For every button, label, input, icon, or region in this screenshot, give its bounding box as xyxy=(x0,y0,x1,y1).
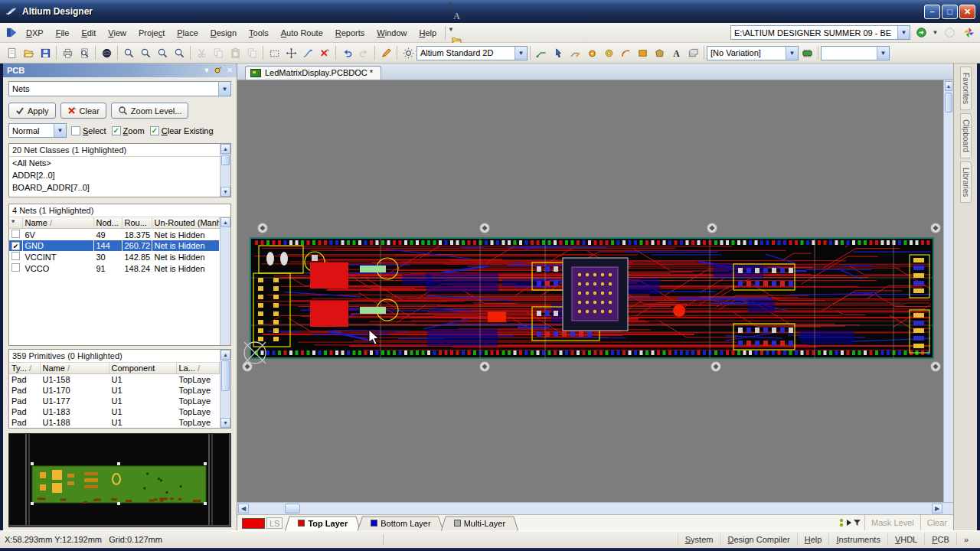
pinwheel-icon[interactable] xyxy=(960,24,977,41)
right-tab-favorites[interactable]: Favorites xyxy=(960,67,972,110)
primitive-row-U1-188[interactable]: PadU1-188U1TopLaye xyxy=(9,417,220,428)
save-icon[interactable] xyxy=(37,45,54,61)
clear-mask-button[interactable]: Clear xyxy=(920,515,953,530)
menu-auto-route[interactable]: Auto Route xyxy=(275,26,329,40)
chevron-down-icon[interactable]: ▼ xyxy=(786,47,798,60)
net-row-GND[interactable]: ✔GND144260.72Net is Hidden xyxy=(9,240,220,251)
nets-scrollbar[interactable]: ▲ xyxy=(220,217,230,345)
primitives-header[interactable]: 359 Primitives (0 Highlighted) xyxy=(9,350,230,363)
chevron-down-icon[interactable]: ▼ xyxy=(877,47,889,60)
panel-menu-icon[interactable]: ▼ xyxy=(204,67,211,74)
redo-icon[interactable] xyxy=(355,45,372,61)
wire-icon[interactable] xyxy=(533,45,550,61)
project-path-combo[interactable]: E:\ALTIUM DESIGNER SUMMER 09 - BE▼ xyxy=(730,25,910,40)
magnifier-icon[interactable] xyxy=(154,45,171,61)
arc-icon[interactable] xyxy=(617,45,634,61)
fill-icon[interactable] xyxy=(634,45,651,61)
net-row-VCCO[interactable]: VCCO91148.24Net is Hidden xyxy=(9,262,220,274)
copy-icon[interactable] xyxy=(243,45,260,61)
layer-tab-top-layer[interactable]: Top Layer xyxy=(287,516,358,530)
net-classes-list[interactable]: 20 Net Classes (1 Highlighted)/ <All Net… xyxy=(8,143,231,197)
zoom-level-button[interactable]: Zoom Level... xyxy=(111,103,189,119)
pad-icon[interactable] xyxy=(583,45,600,61)
via-icon[interactable] xyxy=(600,45,617,61)
checkbox[interactable]: ✓ xyxy=(112,126,121,135)
chevron-down-icon[interactable]: ▼ xyxy=(514,47,527,60)
primitive-row-U1-183[interactable]: PadU1-183U1TopLaye xyxy=(9,406,220,417)
menu-tools[interactable]: Tools xyxy=(243,26,275,40)
panel-pin-icon[interactable] xyxy=(214,67,222,74)
option-select[interactable]: Select xyxy=(71,126,106,135)
cursor-arrow-icon[interactable] xyxy=(550,45,567,61)
net-row-VCCINT[interactable]: VCCINT30142.85Net is Hidden xyxy=(9,251,220,262)
copy-icon[interactable] xyxy=(210,45,227,61)
net-class-row[interactable]: ADDR[2..0] xyxy=(9,169,220,181)
status-panel-system[interactable]: System xyxy=(678,533,720,546)
h-scroll-thumb[interactable] xyxy=(285,504,300,514)
menu-window[interactable]: Window xyxy=(371,26,413,40)
menu-project[interactable]: Project xyxy=(132,26,171,40)
text-string-icon[interactable]: A xyxy=(668,45,684,61)
menu-help[interactable]: Help xyxy=(413,26,443,40)
cut-icon[interactable] xyxy=(193,45,210,61)
pcb-board-drawing[interactable] xyxy=(237,80,943,502)
chevron-down-icon[interactable]: ▼ xyxy=(448,26,454,33)
layer-tab-multi-layer[interactable]: Multi-Layer xyxy=(443,516,516,530)
chevron-down-icon[interactable]: ▼ xyxy=(54,124,66,137)
primitives-scrollbar[interactable]: ▲ ▼ xyxy=(220,350,230,428)
variation-combo[interactable]: [No Variation]▼ xyxy=(707,46,799,60)
canvas-vertical-scrollbar[interactable]: ▲ xyxy=(943,80,953,502)
close-button[interactable]: ✕ xyxy=(959,5,975,19)
status-panel-instruments[interactable]: Instruments xyxy=(828,533,887,546)
polygon-icon[interactable] xyxy=(651,45,668,61)
undo-icon[interactable] xyxy=(338,45,355,61)
mask-mode-combo[interactable]: Normal ▼ xyxy=(8,123,67,138)
view-3d-icon[interactable] xyxy=(98,45,115,61)
text-gray-icon[interactable]: A xyxy=(448,8,465,24)
net-classes-header[interactable]: 20 Net Classes (1 Highlighted)/ xyxy=(9,144,230,157)
open-folder-icon[interactable] xyxy=(20,45,37,61)
apply-button[interactable]: Apply xyxy=(8,103,56,119)
magnifier-icon[interactable] xyxy=(137,45,154,61)
active-layer-swatch[interactable] xyxy=(242,518,265,529)
status-panel-vhdl[interactable]: VHDL xyxy=(887,533,924,546)
cross-probe-icon[interactable] xyxy=(400,45,416,61)
paste-icon[interactable] xyxy=(227,45,243,61)
chevron-down-icon[interactable]: ▼ xyxy=(897,26,910,39)
layer-tab-bottom-layer[interactable]: Bottom Layer xyxy=(360,516,441,530)
extra-combo[interactable]: ▼ xyxy=(821,46,890,60)
primitive-row-U1-177[interactable]: PadU1-177U1TopLaye xyxy=(9,396,220,406)
clear-button[interactable]: Clear xyxy=(60,103,106,119)
net-row-6V[interactable]: 6V4918.375Net is Hidden xyxy=(9,229,220,241)
chevron-down-icon[interactable]: ▼ xyxy=(448,1,454,8)
menu-file[interactable]: File xyxy=(50,26,76,40)
layer-filter-icons[interactable] xyxy=(838,517,861,528)
checkbox[interactable] xyxy=(71,126,80,135)
maximize-button[interactable]: □ xyxy=(942,5,958,19)
option-clear-existing[interactable]: ✓Clear Existing xyxy=(150,126,214,135)
net-class-row[interactable]: <All Nets> xyxy=(9,157,220,169)
board-preview[interactable] xyxy=(8,433,231,527)
primitives-list[interactable]: 359 Primitives (0 Highlighted) Ty... /Na… xyxy=(8,349,231,429)
pencil-icon[interactable] xyxy=(377,45,394,61)
checkbox[interactable]: ✓ xyxy=(150,126,159,135)
status-panel-help[interactable]: Help xyxy=(797,533,829,546)
status-panel-more[interactable]: » xyxy=(956,533,975,546)
status-panel-design-compiler[interactable]: Design Compiler xyxy=(720,533,796,546)
style-combo[interactable]: Altium Standard 2D▼ xyxy=(416,46,528,60)
rect-select-icon[interactable] xyxy=(266,45,283,61)
dxp-home-icon[interactable] xyxy=(3,24,20,41)
room-icon[interactable] xyxy=(684,45,701,61)
menu-reports[interactable]: Reports xyxy=(329,26,371,40)
layer-set-button[interactable]: LS xyxy=(266,517,283,529)
magnifier-icon[interactable] xyxy=(120,45,137,61)
menu-edit[interactable]: Edit xyxy=(75,26,102,40)
route-mode-icon[interactable] xyxy=(299,45,316,61)
wire-edit-icon[interactable] xyxy=(567,45,583,61)
mask-level-button[interactable]: Mask Level xyxy=(864,515,920,530)
variant-chip-icon[interactable] xyxy=(799,45,815,61)
panel-close-icon[interactable]: ✕ xyxy=(227,67,233,74)
primitive-row-U1-170[interactable]: PadU1-170U1TopLaye xyxy=(9,385,220,396)
new-document-icon[interactable] xyxy=(3,45,20,61)
pcb-panel-header[interactable]: PCB ▼ ✕ xyxy=(3,64,237,77)
